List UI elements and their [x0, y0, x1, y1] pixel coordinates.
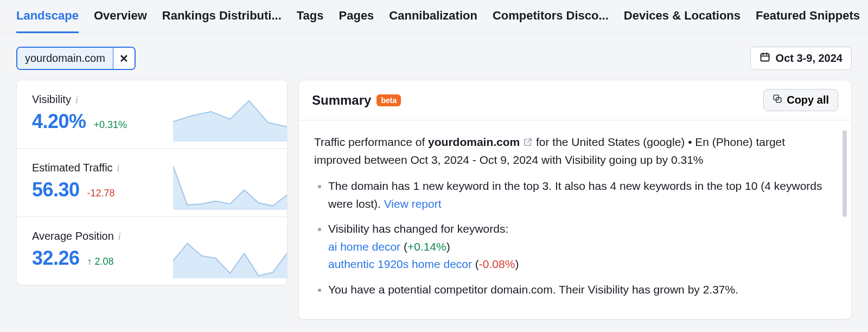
- info-icon[interactable]: i: [117, 163, 120, 173]
- tab-bar: LandscapeOverviewRankings Distributi...T…: [0, 0, 868, 34]
- summary-bullet-text: Visibility has changed for keywords:: [328, 222, 508, 235]
- sparkline: [173, 92, 287, 142]
- summary-bullet: Visibility has changed for keywords: ai …: [328, 220, 831, 273]
- metric-visibility: Visibilityi4.20%+0.31%: [17, 80, 287, 149]
- sparkline: [173, 228, 287, 278]
- tab-cannibalization[interactable]: Cannibalization: [389, 0, 477, 33]
- tab-rankings-distributi[interactable]: Rankings Distributi...: [162, 0, 282, 33]
- tab-devices-locations[interactable]: Devices & Locations: [624, 0, 741, 33]
- tab-landscape[interactable]: Landscape: [16, 0, 79, 33]
- sparkline: [173, 160, 287, 210]
- keyword-link[interactable]: authentic 1920s home decor: [328, 258, 472, 270]
- tab-tags[interactable]: Tags: [297, 0, 324, 33]
- info-icon[interactable]: i: [75, 95, 78, 105]
- external-link-icon[interactable]: [523, 136, 536, 148]
- svg-rect-0: [761, 54, 769, 61]
- close-icon[interactable]: ✕: [113, 48, 135, 69]
- view-report-link[interactable]: View report: [384, 197, 442, 210]
- tab-pages[interactable]: Pages: [339, 0, 374, 33]
- summary-header: Summary beta Copy all: [299, 80, 851, 120]
- delta-positive: +0.14%: [407, 240, 446, 253]
- delta-negative: -0.08%: [479, 258, 515, 270]
- summary-bullet-text: You have a potential competitor domain.c…: [328, 283, 738, 296]
- tab-competitors-disco[interactable]: Competitors Disco...: [493, 0, 609, 33]
- metric-delta: -12.78: [87, 188, 115, 199]
- date-range-label: Oct 3-9, 2024: [776, 52, 843, 65]
- filter-row: yourdomain.com ✕ Oct 3-9, 2024: [0, 34, 868, 80]
- tab-featured-snippets[interactable]: Featured Snippets: [756, 0, 860, 33]
- summary-body: Traffic performance of yourdomain.com fo…: [299, 120, 851, 319]
- tab-overview[interactable]: Overview: [94, 0, 147, 33]
- date-range-picker[interactable]: Oct 3-9, 2024: [750, 47, 852, 70]
- metric-value: 32.26: [32, 247, 80, 270]
- metrics-card: Visibilityi4.20%+0.31%Estimated Traffici…: [16, 80, 288, 285]
- summary-card: Summary beta Copy all Traffic performanc…: [298, 80, 852, 320]
- metric-delta: ↑ 2.08: [87, 256, 114, 267]
- copy-icon: [773, 94, 782, 106]
- summary-bullet: You have a potential competitor domain.c…: [328, 281, 831, 299]
- copy-all-button[interactable]: Copy all: [763, 89, 838, 111]
- domain-filter-label: yourdomain.com: [17, 48, 113, 69]
- metric-traffic: Estimated Traffici56.30-12.78: [17, 149, 287, 217]
- info-icon[interactable]: i: [118, 232, 121, 241]
- copy-all-label: Copy all: [787, 94, 829, 106]
- beta-badge: beta: [376, 94, 401, 106]
- keyword-link[interactable]: ai home decor: [328, 240, 400, 253]
- calendar-icon: [760, 52, 770, 65]
- metric-position: Average Positioni32.26↑ 2.08: [17, 217, 287, 285]
- main-content: Visibilityi4.20%+0.31%Estimated Traffici…: [0, 80, 868, 332]
- metric-value: 56.30: [32, 178, 80, 201]
- metric-delta: +0.31%: [94, 119, 127, 131]
- metric-value: 4.20%: [32, 110, 86, 133]
- scrollbar[interactable]: [843, 130, 847, 217]
- summary-bullet: The domain has 1 new keyword in the top …: [328, 177, 831, 213]
- summary-title: Summary: [312, 93, 371, 108]
- domain-filter-chip[interactable]: yourdomain.com ✕: [16, 47, 136, 70]
- summary-intro-domain: yourdomain.com: [428, 136, 520, 148]
- summary-intro: Traffic performance of yourdomain.com fo…: [314, 133, 831, 169]
- summary-intro-prefix: Traffic performance of: [314, 136, 428, 148]
